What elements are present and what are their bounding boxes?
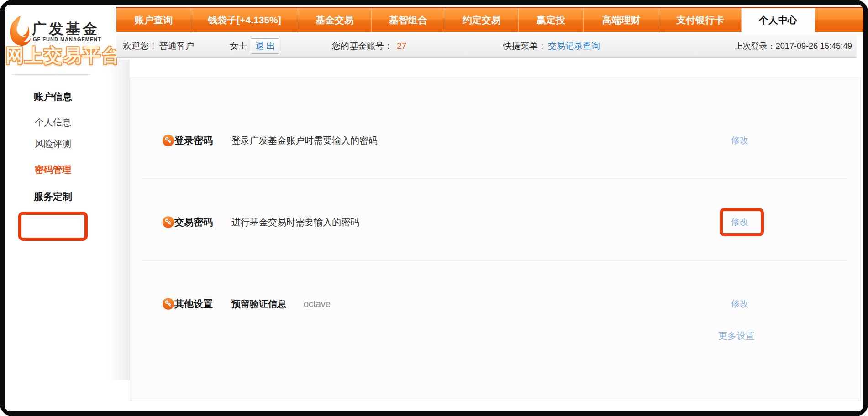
- modify-trade-password-link[interactable]: 修改: [731, 216, 748, 228]
- top-nav: 账户查询 钱袋子[+4.135%] 基金交易 基智组合 约定交易 赢定投 高端理…: [116, 7, 863, 32]
- tab-fund-trade[interactable]: 基金交易: [298, 8, 372, 32]
- sidebar-divider: [12, 74, 90, 75]
- setting-description: 登录广发基金账户时需要输入的密码: [231, 135, 378, 147]
- sidebar-item-password-management[interactable]: 密码管理: [5, 164, 101, 176]
- screenshot-frame: 广发基金 GF FUND MANAGEMENT 网上交易平台 账户查询 钱袋子[…: [0, 0, 868, 416]
- quick-menu-label: 快捷菜单：: [503, 40, 547, 52]
- tab-premium-wealth[interactable]: 高端理财: [584, 8, 659, 32]
- setting-row-other-settings: 其他设置 预留验证信息 octave 修改: [130, 290, 860, 317]
- fund-account-value: 27: [397, 41, 406, 51]
- more-settings-link[interactable]: 更多设置: [718, 330, 755, 342]
- sidebar-item-personal-info[interactable]: 个人信息: [5, 116, 101, 129]
- setting-label: 登录密码: [174, 134, 213, 147]
- tab-win-aip[interactable]: 赢定投: [519, 8, 584, 32]
- last-login-text: 上次登录：2017-09-26 15:45:49: [735, 41, 852, 52]
- red-highlight-box-password-management: [18, 212, 88, 241]
- modify-login-password-link[interactable]: 修改: [731, 135, 748, 146]
- logout-button[interactable]: 退 出: [251, 38, 279, 54]
- row-divider: [142, 178, 847, 179]
- setting-description: 进行基金交易时需要输入的密码: [231, 216, 359, 229]
- last-login-value: 2017-09-26 15:45:49: [776, 42, 852, 51]
- tab-account-query[interactable]: 账户查询: [116, 8, 191, 32]
- sidebar-shadow: [108, 60, 130, 380]
- tab-payment-bankcard[interactable]: 支付银行卡: [659, 8, 742, 32]
- brand-name-en: GF FUND MANAGEMENT: [33, 36, 101, 42]
- sidebar-item-service-customization[interactable]: 服务定制: [5, 190, 101, 203]
- modify-other-settings-link[interactable]: 修改: [731, 298, 748, 310]
- welcome-bar: 欢迎您！ 普通客户 女士 退 出 您的基金账号： 27 快捷菜单： 交易记录查询…: [116, 35, 857, 58]
- fund-account-label: 您的基金账号：: [332, 40, 393, 52]
- sidebar-item-account-info[interactable]: 账户信息: [5, 90, 101, 103]
- setting-label: 交易密码: [174, 216, 213, 229]
- salutation-text: 女士: [230, 40, 247, 52]
- gf-flame-logo-icon: [8, 15, 32, 47]
- setting-row-login-password: 登录密码 登录广发基金账户时需要输入的密码 修改: [130, 127, 860, 154]
- password-settings-panel: 登录密码 登录广发基金账户时需要输入的密码 修改 交易密码 进行基金交易时需要输…: [130, 78, 861, 401]
- tab-smart-portfolio[interactable]: 基智组合: [372, 8, 445, 32]
- setting-row-trade-password: 交易密码 进行基金交易时需要输入的密码 修改: [130, 208, 860, 236]
- tab-money-bag[interactable]: 钱袋子[+4.135%]: [191, 8, 298, 32]
- last-login-label: 上次登录：: [735, 42, 776, 51]
- key-icon: [162, 216, 174, 229]
- row-divider: [142, 260, 847, 261]
- sidebar: 账户信息 个人信息 风险评测 密码管理 服务定制: [5, 60, 101, 251]
- page: 广发基金 GF FUND MANAGEMENT 网上交易平台 账户查询 钱袋子[…: [5, 5, 863, 411]
- tab-personal-center[interactable]: 个人中心: [742, 8, 815, 32]
- trade-record-query-link[interactable]: 交易记录查询: [548, 40, 600, 52]
- greeting-text: 欢迎您！: [123, 40, 158, 52]
- sidebar-item-risk-assessment[interactable]: 风险评测: [5, 138, 101, 150]
- tab-agreed-trade[interactable]: 约定交易: [445, 8, 519, 32]
- setting-label: 其他设置: [174, 297, 213, 310]
- key-icon: [162, 135, 174, 147]
- reserved-verification-value: octave: [304, 299, 331, 309]
- key-icon: [162, 298, 174, 310]
- customer-type-text: 普通客户: [159, 40, 194, 52]
- nav-filler: [815, 8, 863, 32]
- setting-description: 预留验证信息: [231, 298, 286, 310]
